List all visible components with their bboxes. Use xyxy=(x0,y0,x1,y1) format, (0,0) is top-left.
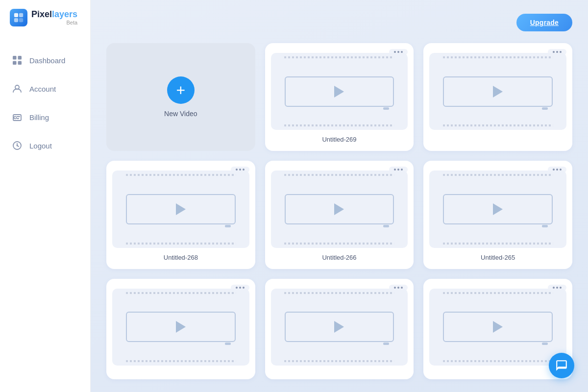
video-thumbnail-265[interactable] xyxy=(429,171,566,247)
play-triangle-icon-r3-1 xyxy=(176,321,186,333)
top-bar: Upgrade xyxy=(106,14,572,31)
play-rect xyxy=(285,76,394,107)
play-triangle-icon-r3-2 xyxy=(334,321,344,333)
video-thumbnail-r3-1[interactable] xyxy=(112,289,249,366)
upgrade-button[interactable]: Upgrade xyxy=(516,14,572,31)
play-rect-265 xyxy=(443,194,553,224)
svg-rect-5 xyxy=(18,56,22,60)
video-thumbnail-r3-3[interactable] xyxy=(429,289,566,366)
new-video-label: New Video xyxy=(164,110,197,118)
play-rect-r3-2 xyxy=(285,312,394,342)
play-rect-268 xyxy=(126,194,236,224)
dashboard-icon xyxy=(12,55,23,66)
account-icon xyxy=(12,83,23,94)
sidebar-nav: Dashboard Account Billing xyxy=(0,31,90,392)
play-triangle-icon-r3-3 xyxy=(493,321,503,333)
add-video-icon: + xyxy=(167,76,195,104)
video-thumbnail-269[interactable] xyxy=(271,53,408,130)
svg-rect-0 xyxy=(14,13,18,17)
sidebar-item-dashboard[interactable]: Dashboard xyxy=(0,46,90,74)
svg-rect-2 xyxy=(14,18,18,22)
svg-rect-7 xyxy=(18,61,22,65)
logo-beta: Beta xyxy=(31,20,77,25)
video-card-r3-2 xyxy=(265,279,414,379)
logout-icon xyxy=(12,140,23,151)
sidebar-item-account-label: Account xyxy=(29,85,56,93)
chat-button[interactable] xyxy=(549,353,574,378)
svg-rect-3 xyxy=(19,18,23,22)
sidebar-item-billing-label: Billing xyxy=(29,113,49,122)
svg-rect-9 xyxy=(13,115,21,121)
sidebar-item-billing[interactable]: Billing xyxy=(0,103,90,131)
video-thumbnail-r3-2[interactable] xyxy=(271,289,408,366)
sidebar-item-dashboard-label: Dashboard xyxy=(29,56,65,65)
new-video-card[interactable]: + New Video xyxy=(106,43,255,151)
sidebar-item-logout-label: Logout xyxy=(29,142,52,150)
video-thumbnail-268[interactable] xyxy=(112,171,249,247)
svg-rect-4 xyxy=(13,56,17,60)
video-grid: + New Video Untitled-269 xyxy=(106,43,572,379)
video-title-r3-3 xyxy=(429,371,566,373)
play-rect-r3-3 xyxy=(443,312,553,342)
video-thumbnail-e1[interactable] xyxy=(429,53,566,130)
play-rect-266 xyxy=(285,194,394,224)
play-triangle-icon xyxy=(334,86,344,98)
play-triangle-icon-265 xyxy=(493,203,503,215)
sidebar-item-account[interactable]: Account xyxy=(0,74,90,103)
video-title-266: Untitled-266 xyxy=(271,254,408,263)
play-triangle-icon-266 xyxy=(334,203,344,215)
play-triangle-icon-268 xyxy=(176,203,186,215)
sidebar: Pixellayers Beta Dashboard xyxy=(0,0,91,392)
video-card-empty-1 xyxy=(423,43,572,151)
video-card-266: Untitled-266 xyxy=(265,161,414,269)
video-card-268: Untitled-268 xyxy=(106,161,255,269)
logo-text: Pixellayers Beta xyxy=(31,10,77,25)
video-title-265: Untitled-265 xyxy=(429,254,566,263)
video-thumbnail-266[interactable] xyxy=(271,171,408,247)
video-title-r3-1 xyxy=(112,371,249,373)
play-triangle-icon-e1 xyxy=(493,86,503,98)
svg-point-10 xyxy=(14,117,17,119)
logo-icon xyxy=(10,9,27,26)
main-content: Upgrade + New Video Untitled-269 xyxy=(91,0,588,392)
video-title-269: Untitled-269 xyxy=(271,136,408,145)
sidebar-item-logout[interactable]: Logout xyxy=(0,131,90,160)
logo-area: Pixellayers Beta xyxy=(0,0,90,31)
play-rect-e1 xyxy=(443,76,553,107)
video-title-268: Untitled-268 xyxy=(112,254,249,263)
logo-title: Pixellayers xyxy=(31,10,77,19)
play-rect-r3-1 xyxy=(126,312,236,342)
video-card-269: Untitled-269 xyxy=(265,43,414,151)
video-title-e1 xyxy=(429,136,566,138)
billing-icon xyxy=(12,112,23,122)
svg-point-12 xyxy=(17,145,18,147)
video-title-r3-2 xyxy=(271,371,408,373)
svg-rect-1 xyxy=(19,13,23,17)
video-card-265: Untitled-265 xyxy=(423,161,572,269)
svg-rect-6 xyxy=(13,61,17,65)
video-card-r3-1 xyxy=(106,279,255,379)
